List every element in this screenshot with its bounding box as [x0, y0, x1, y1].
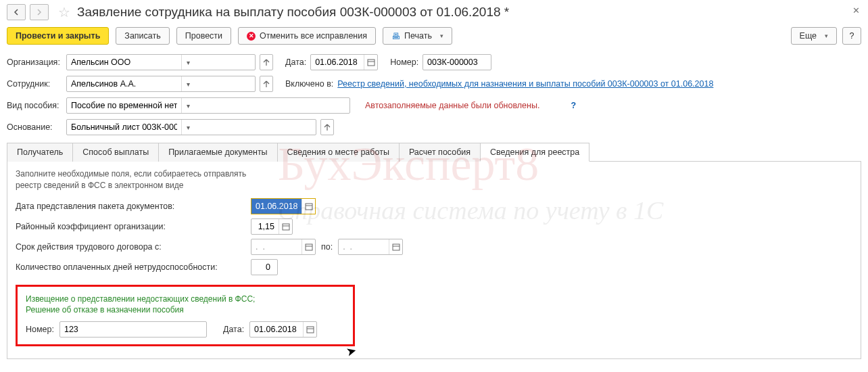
kind-input[interactable] [67, 98, 181, 113]
more-label: Еще [800, 31, 817, 41]
emp-label: Сотрудник: [7, 79, 62, 89]
help-button[interactable]: ? [842, 27, 861, 45]
num-input[interactable] [423, 55, 491, 70]
calendar-icon[interactable] [279, 219, 292, 234]
tabs: Получатель Способ выплаты Прилагаемые до… [7, 142, 861, 162]
close-icon[interactable]: ✕ [852, 5, 860, 16]
post-and-close-button[interactable]: Провести и закрыть [7, 27, 109, 45]
org-input[interactable] [67, 55, 181, 70]
emp-open-button[interactable] [260, 76, 273, 92]
tab-payment-method[interactable]: Способ выплаты [72, 143, 159, 162]
panel-hint: Заполните необходимые поля, если собирае… [16, 168, 852, 191]
cancel-icon: ✕ [247, 32, 256, 41]
printer-icon: 🖶 [391, 31, 400, 41]
contract-from-label: Срок действия трудового договора с: [16, 242, 245, 252]
notice-num-label: Номер: [26, 325, 54, 334]
favorite-star-icon[interactable]: ☆ [58, 4, 70, 20]
org-open-button[interactable] [260, 54, 273, 70]
included-label: Включено в: [285, 79, 333, 89]
num-label: Номер: [390, 57, 418, 67]
doc-date-label: Дата представления пакета документов: [16, 202, 245, 211]
calendar-icon[interactable] [303, 322, 316, 337]
cancel-corrections-label: Отменить все исправления [260, 31, 367, 41]
help-question-icon[interactable]: ? [571, 101, 576, 110]
cancel-corrections-button[interactable]: ✕ Отменить все исправления [238, 27, 376, 45]
org-label: Организация: [7, 57, 62, 67]
kind-dropdown-icon[interactable]: ▾ [181, 98, 195, 113]
save-label: Записать [124, 31, 160, 41]
doc-date-input[interactable] [251, 199, 302, 214]
emp-input[interactable] [67, 76, 181, 91]
calendar-icon[interactable] [364, 55, 377, 70]
tab-attached-docs[interactable]: Прилагаемые документы [158, 143, 277, 162]
help-label: ? [850, 31, 854, 41]
more-button[interactable]: Еще [791, 27, 837, 45]
svg-rect-0 [368, 60, 375, 66]
days-input[interactable] [251, 260, 274, 275]
nav-back-button[interactable] [7, 4, 26, 20]
tab-calc[interactable]: Расчет пособия [399, 143, 481, 162]
notice-num-input[interactable] [60, 322, 174, 337]
print-button[interactable]: 🖶 Печать [383, 27, 452, 45]
svg-rect-8 [393, 244, 400, 250]
coeff-label: Районный коэффициент организации: [16, 222, 245, 231]
days-label: Количество оплаченных дней нетрудоспособ… [16, 262, 245, 272]
notice-date-label: Дата: [223, 325, 244, 334]
svg-rect-4 [283, 224, 289, 230]
basis-dropdown-icon[interactable]: ▾ [181, 120, 195, 135]
notice-frame: Извещение о представлении недостающих св… [16, 285, 355, 347]
tab-workplace-info[interactable]: Сведения о месте работы [277, 143, 400, 162]
post-and-close-label: Провести и закрыть [16, 31, 100, 41]
nav-forward-button[interactable] [30, 4, 49, 20]
svg-rect-6 [306, 244, 312, 250]
notice-date-input[interactable] [250, 322, 303, 337]
emp-dropdown-icon[interactable]: ▾ [181, 76, 195, 91]
calendar-icon[interactable] [302, 199, 315, 214]
included-link[interactable]: Реестр сведений, необходимых для назначе… [337, 79, 713, 89]
contract-to-label: по: [321, 242, 333, 252]
calendar-icon[interactable] [389, 239, 402, 254]
save-button[interactable]: Записать [116, 27, 169, 45]
calendar-icon[interactable] [302, 239, 315, 254]
notice-title: Извещение о представлении недостающих св… [26, 294, 345, 317]
org-dropdown-icon[interactable]: ▾ [181, 55, 195, 70]
autofill-warning: Автозаполняемые данные были обновлены. [365, 101, 539, 110]
post-label: Провести [185, 31, 222, 41]
date-input[interactable] [311, 55, 364, 70]
contract-to-input[interactable] [339, 239, 389, 254]
kind-label: Вид пособия: [7, 101, 62, 110]
svg-rect-2 [306, 204, 312, 210]
svg-rect-10 [307, 327, 314, 333]
contract-from-input[interactable] [251, 239, 302, 254]
tab-registry-info[interactable]: Сведения для реестра [480, 143, 589, 162]
basis-input[interactable] [67, 120, 181, 135]
coeff-input[interactable] [251, 219, 279, 234]
basis-label: Основание: [7, 122, 62, 132]
page-title: Заявление сотрудника на выплату пособия … [77, 5, 509, 20]
print-label: Печать [404, 31, 432, 41]
tab-recipient[interactable]: Получатель [7, 143, 73, 162]
post-button[interactable]: Провести [176, 27, 231, 45]
basis-open-button[interactable] [320, 119, 334, 135]
date-label: Дата: [285, 57, 306, 67]
